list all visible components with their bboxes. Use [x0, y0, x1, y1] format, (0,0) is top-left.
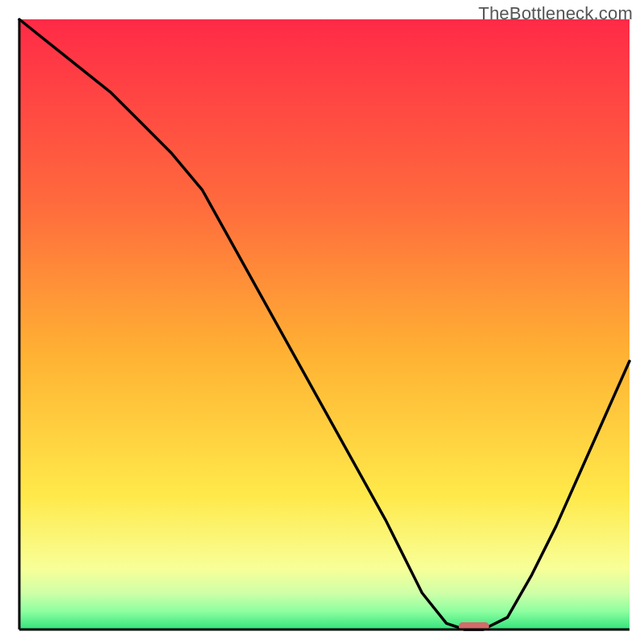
bottleneck-chart	[0, 0, 644, 644]
watermark-text: TheBottleneck.com	[478, 3, 633, 24]
plot-background	[19, 19, 630, 630]
chart-container: TheBottleneck.com	[0, 0, 644, 644]
